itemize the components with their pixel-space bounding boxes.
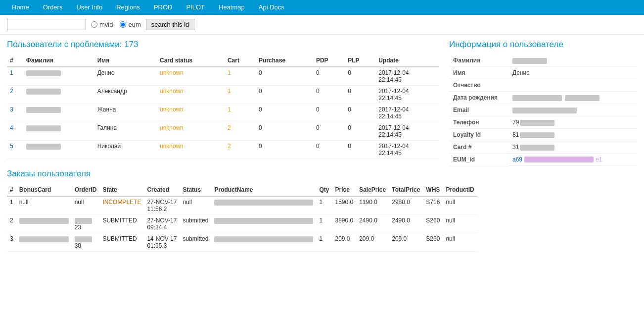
- order-orderid: 23: [72, 215, 100, 233]
- user-surname: [23, 122, 94, 141]
- userinfo-table: Фамилия Имя Денис Отчество Дата рождения…: [449, 54, 637, 166]
- eum-prefix: a69: [512, 156, 522, 163]
- col-name: Имя: [94, 54, 157, 67]
- user-num[interactable]: 2: [7, 86, 23, 104]
- col-purchase: Purchase: [256, 54, 313, 67]
- user-cardstatus: unknown: [157, 67, 225, 86]
- user-update: 2017-12-04 22:14:45: [375, 86, 439, 104]
- radio-eum-label[interactable]: eum: [120, 21, 140, 28]
- user-surname: [23, 104, 94, 122]
- col-plp: PLP: [345, 54, 375, 67]
- nav-pilot[interactable]: PILOT: [179, 0, 212, 15]
- navbar: Home Orders User Info Regions PROD PILOT…: [0, 0, 644, 15]
- order-product: [211, 196, 316, 215]
- user-num[interactable]: 1: [7, 67, 23, 86]
- order-saleprice: 209.0: [356, 233, 389, 252]
- ocol-productname: ProductName: [211, 184, 316, 196]
- user-firstname: Николай: [94, 141, 157, 159]
- userinfo-label: Email: [449, 104, 508, 116]
- user-row[interactable]: 1 Денис unknown 1 0 0 0 2017-12-04 22:14…: [7, 67, 439, 86]
- user-row[interactable]: 5 Николай unknown 2 0 0 0 2017-12-04 22:…: [7, 141, 439, 159]
- col-pdp: PDP: [313, 54, 345, 67]
- user-num[interactable]: 4: [7, 122, 23, 141]
- user-purchase: 0: [256, 122, 313, 141]
- nav-orders[interactable]: Orders: [36, 0, 70, 15]
- nav-apidocs[interactable]: Api Docs: [252, 0, 291, 15]
- ocol-created: Created: [144, 184, 180, 196]
- order-row[interactable]: 2 23 SUBMITTED 27-NOV-17 09:34.4 submitt…: [7, 215, 477, 233]
- userinfo-label: Телефон: [449, 116, 508, 129]
- right-panel: Информация о пользователе Фамилия Имя Де…: [449, 40, 637, 262]
- ocol-price: Price: [332, 184, 356, 196]
- users-table: # Фамилия Имя Card status Cart Purchase …: [7, 54, 439, 159]
- eum-bar: [524, 157, 594, 162]
- order-row[interactable]: 1 null null INCOMPLETE 27-NOV-17 11:56.2…: [7, 196, 477, 215]
- user-plp: 0: [345, 86, 375, 104]
- left-panel: Пользователи с проблемами: 173 # Фамилия…: [7, 40, 439, 262]
- user-plp: 0: [345, 67, 375, 86]
- nav-prod[interactable]: PROD: [147, 0, 180, 15]
- userinfo-row: Имя Денис: [449, 67, 637, 79]
- search-input[interactable]: [7, 19, 86, 30]
- order-product: [211, 215, 316, 233]
- order-totalprice: 209.0: [389, 233, 423, 252]
- userinfo-row: Фамилия: [449, 54, 637, 67]
- orders-table: # BonusCard OrderID State Created Status…: [7, 184, 477, 252]
- nav-home[interactable]: Home: [5, 0, 36, 15]
- userinfo-value: [508, 79, 637, 92]
- userinfo-row: Отчество: [449, 79, 637, 92]
- order-price: 3890.0: [332, 215, 356, 233]
- userinfo-label: Фамилия: [449, 54, 508, 67]
- nav-regions[interactable]: Regions: [109, 0, 147, 15]
- user-plp: 0: [345, 122, 375, 141]
- col-cardstatus: Card status: [157, 54, 225, 67]
- user-update: 2017-12-04 22:14:45: [375, 141, 439, 159]
- order-price: 1590.0: [332, 196, 356, 215]
- order-num: 2: [7, 215, 16, 233]
- users-table-header: # Фамилия Имя Card status Cart Purchase …: [7, 54, 439, 67]
- radio-mvid-label[interactable]: mvid: [91, 21, 113, 28]
- user-plp: 0: [345, 141, 375, 159]
- ocol-saleprice: SalePrice: [356, 184, 389, 196]
- nav-heatmap[interactable]: Heatmap: [212, 0, 252, 15]
- order-state: INCOMPLETE: [99, 196, 144, 215]
- radio-eum[interactable]: [120, 21, 126, 28]
- radio-mvid[interactable]: [91, 21, 97, 28]
- order-totalprice: 2490.0: [389, 215, 423, 233]
- col-num: #: [7, 54, 23, 67]
- user-update: 2017-12-04 22:14:45: [375, 122, 439, 141]
- order-status: null: [180, 196, 211, 215]
- userinfo-value: [508, 104, 637, 116]
- user-cart: 1: [225, 104, 256, 122]
- ocol-state: State: [99, 184, 144, 196]
- userinfo-row: Loyalty id 81: [449, 129, 637, 141]
- user-cardstatus: unknown: [157, 122, 225, 141]
- userinfo-label: Дата рождения: [449, 92, 508, 104]
- orders-section: Заказы пользователя # BonusCard OrderID …: [7, 169, 439, 252]
- user-firstname: Галина: [94, 122, 157, 141]
- order-qty: 1: [316, 196, 332, 215]
- userinfo-row: EUM_id a69 e1: [449, 154, 637, 166]
- search-bar: mvid eum search this id: [0, 15, 644, 35]
- order-bonuscard: [16, 233, 72, 252]
- userinfo-label: Отчество: [449, 79, 508, 92]
- order-orderid: null: [72, 196, 100, 215]
- userinfo-value: 31: [508, 141, 637, 154]
- user-row[interactable]: 3 Жанна unknown 1 0 0 0 2017-12-04 22:14…: [7, 104, 439, 122]
- order-saleprice: 1190.0: [356, 196, 389, 215]
- user-row[interactable]: 4 Галина unknown 2 0 0 0 2017-12-04 22:1…: [7, 122, 439, 141]
- userinfo-label: Card #: [449, 141, 508, 154]
- users-section-title: Пользователи с проблемами: 173: [7, 40, 439, 50]
- search-button[interactable]: search this id: [146, 19, 195, 30]
- ocol-status: Status: [180, 184, 211, 196]
- ocol-num: #: [7, 184, 16, 196]
- nav-userinfo[interactable]: User Info: [69, 0, 109, 15]
- order-price: 209.0: [332, 233, 356, 252]
- user-row[interactable]: 2 Александр unknown 1 0 0 0 2017-12-04 2…: [7, 86, 439, 104]
- user-num[interactable]: 5: [7, 141, 23, 159]
- ocol-totalprice: TotalPrice: [389, 184, 423, 196]
- order-row[interactable]: 3 30 SUBMITTED 14-NOV-17 01:55.3 submitt…: [7, 233, 477, 252]
- user-num[interactable]: 3: [7, 104, 23, 122]
- order-whs: S716: [423, 196, 443, 215]
- userinfo-value: Денис: [508, 67, 637, 79]
